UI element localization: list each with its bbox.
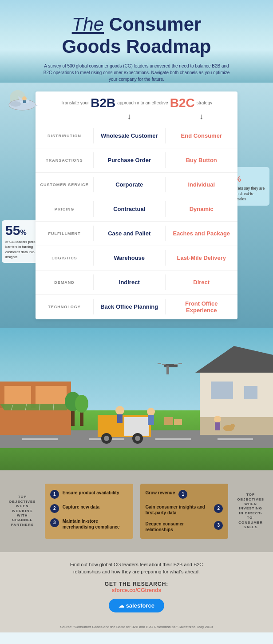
row-b2c-value: Direct <box>166 274 238 290</box>
table-row: CUSTOMER SERVICE Corporate Individual <box>36 173 237 197</box>
objective-number: 1 <box>50 490 59 499</box>
b2c-arrow: ↓ <box>166 112 238 124</box>
b2b-arrow: ↓ <box>93 112 166 124</box>
objective-text: Grow revenue <box>146 490 175 496</box>
objective-text: Ensure product availability <box>63 490 119 496</box>
scene-illustration <box>0 328 273 470</box>
objective-number: 1 <box>178 490 187 499</box>
row-b2c-value: Eaches and Package <box>166 226 238 241</box>
footer-cta: Find out how global CG leaders feel abou… <box>0 552 273 621</box>
comparison-table: Translate your B2B approach into an effe… <box>18 91 255 319</box>
arrows-row: ↓ ↓ <box>36 112 237 124</box>
row-b2b-value: Warehouse <box>93 250 166 266</box>
objective-number: 3 <box>50 518 59 527</box>
table-row: TRANSACTIONS Purchase Order Buy Button <box>36 148 237 173</box>
svg-point-50 <box>230 424 235 428</box>
row-b2b-value: Case and Pallet <box>93 226 166 241</box>
svg-rect-51 <box>164 417 173 425</box>
left-objective-item: 3 Maintain in-store merchandising compli… <box>50 518 128 530</box>
row-b2b-value: Contractual <box>93 201 166 217</box>
objective-text: Capture new data <box>63 504 99 510</box>
airplane-icon <box>2 87 42 120</box>
objective-number: 2 <box>214 504 223 513</box>
svg-rect-46 <box>166 366 169 374</box>
left-objectives-label: TOP OBJECTIVES WHEN WORKING WITH CHANNEL… <box>9 484 36 539</box>
left-objective-item: 1 Ensure product availability <box>50 490 128 499</box>
svg-rect-28 <box>200 417 273 435</box>
row-b2b-value: Corporate <box>93 177 166 192</box>
page-title: The Consumer Goods Roadmap <box>9 13 264 58</box>
svg-point-37 <box>104 436 109 441</box>
main-content: 99% of CG leaders say they are investing… <box>0 83 273 470</box>
objective-text: Deepen consumer relationships <box>146 521 211 533</box>
objectives-section: TOP OBJECTIVES WHEN WORKING WITH CHANNEL… <box>0 470 273 552</box>
row-b2b-value: Wholesale Customer <box>93 128 166 143</box>
row-category: PRICING <box>36 203 93 216</box>
table-row: FULFILLMENT Case and Pallet Eaches and P… <box>36 222 237 246</box>
table-row: TECHNOLOGY Back Office Planning Front Of… <box>36 295 237 319</box>
b2b-label: B2B <box>91 96 115 110</box>
svg-rect-54 <box>148 415 154 425</box>
row-b2c-value: Last-Mile Delivery <box>166 250 238 266</box>
page-header: The Consumer Goods Roadmap A survey of 5… <box>0 0 273 83</box>
svg-point-39 <box>115 406 124 415</box>
svg-point-38 <box>135 436 140 441</box>
svg-point-32 <box>75 395 88 413</box>
svg-point-2 <box>10 101 21 107</box>
row-b2c-value: Buy Button <box>166 152 238 168</box>
row-category: CUSTOMER SERVICE <box>36 178 93 191</box>
footer-cta-text: Find out how global CG leaders feel abou… <box>61 561 212 576</box>
source-text: Source: "Consumer Goods and the Battle f… <box>0 621 273 632</box>
table-row: PRICING Contractual Dynamic <box>36 197 237 222</box>
svg-point-6 <box>22 96 27 101</box>
svg-marker-19 <box>0 404 71 410</box>
row-b2c-value: Individual <box>166 177 238 192</box>
b2c-label: B2C <box>170 96 195 110</box>
right-box-group: Grow revenue 1 Gain consumer insights an… <box>140 484 229 539</box>
row-category: DISTRIBUTION <box>36 129 93 143</box>
svg-rect-11 <box>22 438 58 440</box>
table-row: LOGISTICS Warehouse Last-Mile Delivery <box>36 246 237 270</box>
svg-rect-42 <box>162 364 166 365</box>
table-row: DISTRIBUTION Wholesale Customer End Cons… <box>36 124 237 148</box>
row-category: DEMAND <box>36 276 93 289</box>
svg-rect-43 <box>174 364 178 365</box>
row-category: FULFILLMENT <box>36 227 93 240</box>
svg-rect-26 <box>211 382 233 399</box>
row-b2c-value: End Consumer <box>166 128 238 143</box>
row-b2b-value: Indirect <box>93 274 166 290</box>
svg-point-47 <box>214 416 221 423</box>
objective-text: Gain consumer insights and first-party d… <box>146 504 211 516</box>
b2b-b2c-intro: Translate your B2B approach into an effe… <box>36 91 237 112</box>
objective-text: Maintain in-store merchandising complian… <box>63 518 128 530</box>
objective-number: 3 <box>214 521 223 530</box>
salesforce-logo: ☁ salesforce <box>109 599 164 612</box>
table-row: DEMAND Indirect Direct <box>36 270 237 295</box>
svg-rect-45 <box>178 363 182 364</box>
header-subtitle: A survey of 500 global consumer goods (C… <box>44 63 230 83</box>
svg-rect-34 <box>124 417 149 436</box>
table-rows: DISTRIBUTION Wholesale Customer End Cons… <box>36 124 237 319</box>
row-category: LOGISTICS <box>36 251 93 265</box>
svg-rect-27 <box>244 386 257 399</box>
svg-point-53 <box>147 408 155 416</box>
objectives-container: TOP OBJECTIVES WHEN WORKING WITH CHANNEL… <box>9 484 264 539</box>
right-objectives-label: TOP OBJECTIVES WHEN INVESTING IN DIRECT-… <box>237 484 264 539</box>
right-objective-item: Grow revenue 1 <box>146 490 223 499</box>
footer-get-label: GET THE RESEARCH: <box>9 581 264 587</box>
boxes-container: 1 Ensure product availability 2 Capture … <box>45 484 229 539</box>
right-objective-item: Deepen consumer relationships 3 <box>146 521 223 533</box>
row-category: TRANSACTIONS <box>36 154 93 167</box>
row-b2c-value: Dynamic <box>166 201 238 217</box>
left-objective-item: 2 Capture new data <box>50 504 128 513</box>
svg-rect-48 <box>215 422 220 430</box>
svg-rect-13 <box>155 438 191 440</box>
svg-rect-7 <box>23 100 26 103</box>
row-category: TECHNOLOGY <box>36 300 93 314</box>
row-b2b-value: Back Office Planning <box>93 299 166 314</box>
svg-rect-40 <box>117 414 123 423</box>
svg-rect-14 <box>218 438 253 440</box>
footer-link[interactable]: sforce.co/CGtrends <box>9 587 264 593</box>
objective-number: 2 <box>50 504 59 513</box>
svg-rect-52 <box>174 419 182 425</box>
